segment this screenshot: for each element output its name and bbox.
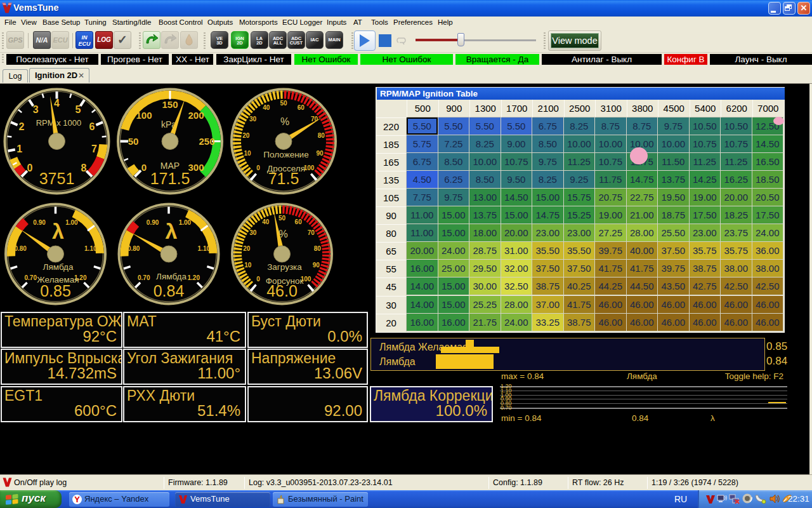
svg-text:1.00: 1.00 (179, 219, 192, 226)
svg-text:λ: λ (166, 219, 178, 243)
svg-text:0.84: 0.84 (154, 282, 185, 300)
svg-text:40: 40 (263, 104, 270, 111)
svg-text:1.10: 1.10 (84, 245, 97, 252)
svg-text:90: 90 (316, 150, 324, 157)
svg-text:50: 50 (278, 215, 286, 222)
svg-text:0.80: 0.80 (14, 245, 27, 252)
svg-text:80: 80 (318, 132, 325, 139)
svg-text:10: 10 (244, 262, 252, 269)
svg-text:250: 250 (199, 136, 214, 147)
svg-text:0: 0 (256, 276, 260, 283)
svg-text:0: 0 (256, 164, 260, 171)
svg-text:100: 100 (136, 110, 152, 121)
svg-text:60: 60 (295, 218, 303, 225)
svg-text:80: 80 (314, 245, 322, 252)
svg-text:150: 150 (162, 99, 178, 110)
svg-text:1: 1 (16, 144, 22, 154)
svg-text:200: 200 (188, 110, 204, 121)
svg-text:λ: λ (52, 219, 64, 243)
svg-text:10: 10 (244, 150, 251, 157)
svg-text:90: 90 (313, 262, 320, 269)
svg-text:50: 50 (280, 100, 287, 107)
svg-text:1.20: 1.20 (188, 274, 200, 281)
svg-text:0.85: 0.85 (40, 282, 71, 300)
svg-text:40: 40 (262, 218, 270, 225)
svg-text:1.10: 1.10 (198, 245, 211, 252)
svg-text:0: 0 (27, 163, 33, 173)
svg-text:20: 20 (242, 132, 250, 139)
svg-text:8: 8 (81, 163, 86, 173)
svg-text:Положение: Положение (263, 150, 308, 159)
svg-text:0.80: 0.80 (128, 245, 140, 252)
svg-text:%: % (280, 116, 289, 127)
svg-text:0: 0 (141, 162, 147, 173)
svg-text:171.5: 171.5 (150, 170, 190, 187)
svg-text:3: 3 (33, 104, 39, 115)
svg-text:50: 50 (128, 136, 139, 147)
svg-text:20: 20 (243, 245, 251, 252)
svg-text:4: 4 (54, 98, 60, 109)
svg-text:30: 30 (249, 229, 257, 236)
svg-text:0.70: 0.70 (25, 274, 37, 281)
svg-text:1.00: 1.00 (65, 219, 78, 226)
svg-text:71.5: 71.5 (268, 170, 299, 187)
svg-text:3751: 3751 (39, 170, 75, 187)
svg-text:300: 300 (188, 162, 204, 173)
svg-text:100: 100 (304, 164, 315, 171)
svg-text:30: 30 (249, 116, 257, 123)
svg-text:60: 60 (298, 104, 305, 111)
svg-text:RPM x 1000: RPM x 1000 (36, 118, 82, 128)
svg-text:0.70: 0.70 (138, 274, 150, 281)
svg-text:7: 7 (91, 144, 97, 154)
svg-text:0.90: 0.90 (147, 219, 159, 226)
svg-text:46.0: 46.0 (266, 282, 298, 300)
svg-text:Загрузка: Загрузка (267, 262, 302, 272)
svg-text:6: 6 (89, 121, 95, 132)
svg-text:70: 70 (308, 229, 315, 236)
svg-text:Лямбда: Лямбда (156, 272, 187, 281)
svg-text:5: 5 (75, 104, 81, 115)
svg-text:2: 2 (19, 121, 25, 132)
svg-text:Лямбда: Лямбда (43, 262, 74, 272)
svg-text:0.90: 0.90 (33, 219, 46, 226)
